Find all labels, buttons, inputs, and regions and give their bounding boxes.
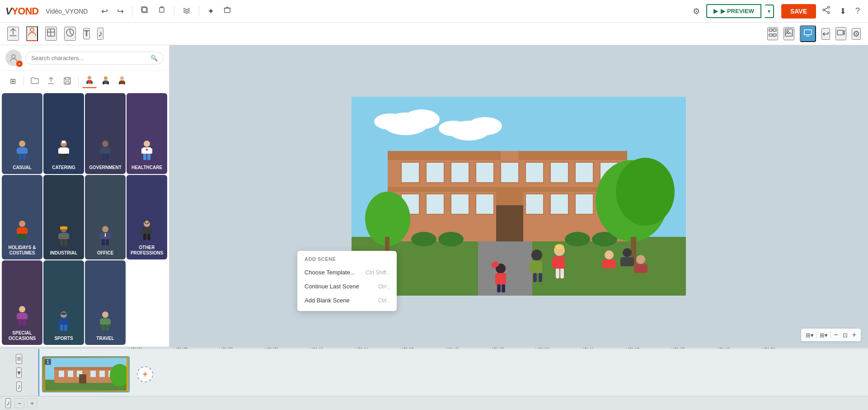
download-button[interactable]: ⬇ <box>837 5 849 18</box>
svg-point-100 <box>102 311 108 318</box>
svg-rect-129 <box>476 194 494 214</box>
svg-rect-56 <box>143 154 146 160</box>
continue-scene-item[interactable]: Continue Last Scene Ctrl ; <box>297 279 397 293</box>
timeline-collapse-icon[interactable]: ▾ <box>16 368 22 378</box>
main-content: + 🔍 ⊞ <box>0 45 868 347</box>
tab-folder[interactable] <box>28 74 42 88</box>
svg-point-108 <box>404 109 440 129</box>
paste-button[interactable] <box>155 4 169 18</box>
timeline-content: ≡ ▾ ♪ 1 <box>0 349 868 396</box>
category-government-label: GOVERNMENT <box>89 165 122 170</box>
svg-rect-155 <box>529 263 535 272</box>
svg-rect-119 <box>426 162 444 183</box>
scene-canvas[interactable] <box>352 97 686 296</box>
category-travel[interactable]: TRAVEL <box>85 260 126 345</box>
timeline-music-btn[interactable]: ♪ <box>5 398 11 408</box>
svg-rect-43 <box>66 148 69 154</box>
category-casual[interactable]: CASUAL <box>2 93 42 174</box>
category-healthcare[interactable]: HEALTHCARE <box>127 93 167 174</box>
timeline-zoom-out-btn[interactable]: − <box>14 398 24 408</box>
redo-button[interactable]: ↪ <box>114 5 127 18</box>
category-government[interactable]: GOVERNMENT <box>85 93 126 174</box>
grid-view-btn[interactable]: ⊞▾ <box>818 331 830 339</box>
copy-button[interactable] <box>138 4 151 18</box>
settings3-btn[interactable]: ⚙ <box>852 28 861 40</box>
svg-rect-65 <box>23 234 26 240</box>
timeline-tracks: 1 <box>38 349 868 396</box>
left-panel: + 🔍 ⊞ <box>0 45 169 347</box>
category-holidays[interactable]: HOLIDAYS & COSTUMES <box>2 175 42 259</box>
avatar-circle[interactable]: + <box>5 50 22 66</box>
timeline-audio-icon[interactable]: ♪ <box>16 382 22 391</box>
category-industrial[interactable]: INDUSTRIAL <box>43 175 84 259</box>
category-catering[interactable]: CATERING <box>43 93 84 174</box>
svg-rect-132 <box>575 194 593 214</box>
tab-char-style-2[interactable] <box>99 74 113 88</box>
character-icon-btn[interactable] <box>26 26 38 41</box>
svg-rect-28 <box>107 81 109 85</box>
svg-rect-89 <box>17 314 19 319</box>
choose-template-item[interactable]: Choose Template... Ctrl Shift . <box>297 265 397 279</box>
blank-scene-label: Add Blank Scene <box>305 297 350 304</box>
choose-template-label: Choose Template... <box>305 269 355 276</box>
svg-point-112 <box>439 121 468 136</box>
top-toolbar: VYOND Vidéo_VYOND ↩ ↪ ✦ ⚙ ▶ ▶ PREVIEW ▾ … <box>0 0 868 23</box>
svg-rect-165 <box>495 273 506 285</box>
layers-button[interactable] <box>180 4 193 18</box>
text-icon-btn[interactable]: T <box>83 28 90 39</box>
fit-screen-btn[interactable] <box>767 27 778 40</box>
blank-scene-item[interactable]: Add Blank Scene Ctrl . <box>297 293 397 307</box>
add-character-icon: + <box>16 61 23 67</box>
tab-upload[interactable] <box>44 74 58 88</box>
character-tabs: ⊞ <box>0 71 169 91</box>
tab-char-style-3[interactable] <box>115 74 129 88</box>
category-sports[interactable]: SPORTS <box>43 260 84 345</box>
svg-rect-123 <box>550 162 568 183</box>
svg-rect-27 <box>103 81 104 85</box>
search-box[interactable]: 🔍 <box>25 52 164 65</box>
svg-rect-137 <box>496 205 523 241</box>
tab-save-char[interactable] <box>60 74 75 88</box>
svg-rect-103 <box>108 319 111 325</box>
tab-char-style-1[interactable] <box>82 74 97 88</box>
svg-rect-40 <box>62 141 66 143</box>
zoom-out-btn[interactable]: − <box>832 330 840 340</box>
undo-button[interactable]: ↩ <box>99 5 111 18</box>
screen-view-btn[interactable] <box>800 25 816 42</box>
share-button[interactable] <box>820 4 833 18</box>
svg-point-87 <box>19 306 25 312</box>
prop-icon-btn[interactable] <box>45 27 57 41</box>
fit-canvas-btn[interactable]: ⊡ <box>841 331 849 339</box>
timeline-zoom-in-btn[interactable]: + <box>27 398 37 408</box>
svg-point-7 <box>30 28 34 32</box>
layout-view-btn[interactable]: ⊞▾ <box>804 331 816 339</box>
enter-scene-btn[interactable]: ↩ <box>821 28 830 40</box>
upload-icon-btn[interactable] <box>7 27 19 41</box>
category-special-occasions[interactable]: SPECIAL OCCASIONS <box>2 260 42 345</box>
help-button[interactable]: ? <box>853 5 863 18</box>
scene-strip[interactable]: 1 <box>42 356 130 392</box>
playhead <box>38 349 39 396</box>
preview-dropdown-button[interactable]: ▾ <box>765 5 774 18</box>
camera-btn[interactable] <box>835 27 846 40</box>
preview-button[interactable]: ▶ ▶ PREVIEW <box>706 4 761 18</box>
context-menu-title: ADD SCENE <box>297 254 397 265</box>
tab-grid-view[interactable]: ⊞ <box>5 74 20 88</box>
timeline-settings-icon[interactable]: ≡ <box>16 354 22 364</box>
chart-icon-btn[interactable] <box>64 27 76 41</box>
add-scene-button[interactable]: + <box>137 366 153 382</box>
magic-button[interactable]: ✦ <box>205 5 217 18</box>
image-view-btn[interactable] <box>784 27 794 40</box>
save-button[interactable]: SAVE <box>781 4 816 19</box>
svg-rect-71 <box>60 239 63 245</box>
zoom-in-btn[interactable]: + <box>850 330 858 340</box>
svg-rect-163 <box>560 269 564 278</box>
audio-icon-btn[interactable]: ♪ <box>97 28 103 40</box>
search-icon: 🔍 <box>150 55 158 61</box>
svg-rect-97 <box>66 319 69 325</box>
category-office[interactable]: OFFICE <box>85 175 126 259</box>
settings-button[interactable]: ⚙ <box>690 5 703 18</box>
delete-button[interactable] <box>221 4 234 18</box>
category-other-professions[interactable]: OTHER PROFESSIONS <box>127 175 167 259</box>
search-input[interactable] <box>31 55 150 61</box>
